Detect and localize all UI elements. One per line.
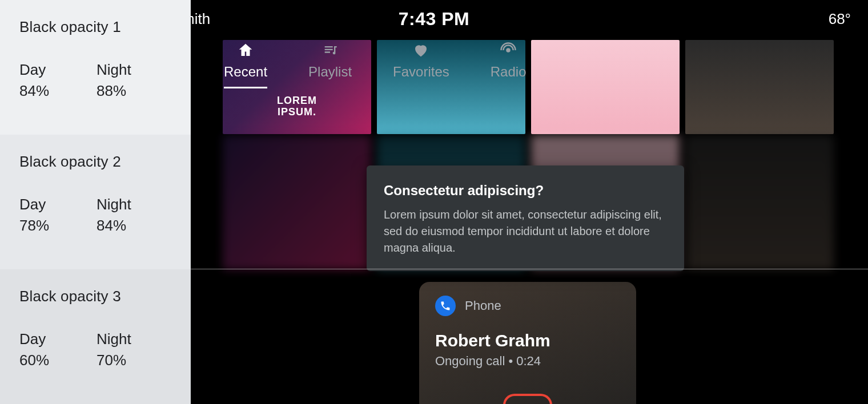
spec-block-3: Black opacity 3 Day 60% Night 70% bbox=[0, 269, 191, 404]
call-status-prefix: Ongoing call bbox=[435, 354, 505, 368]
band-divider bbox=[191, 269, 868, 269]
tab-playlist[interactable]: Playlist bbox=[308, 41, 352, 80]
spec-2-day-label: Day bbox=[19, 196, 97, 213]
dialog-title: Consectetur adipiscing? bbox=[384, 183, 667, 199]
tab-favorites[interactable]: Favorites bbox=[393, 41, 449, 80]
spec-panel: Black opacity 1 Day 84% Night 88% Black … bbox=[0, 0, 191, 404]
spec-block-2: Black opacity 2 Day 78% Night 84% bbox=[0, 135, 191, 269]
tab-playlist-label: Playlist bbox=[308, 64, 352, 80]
tab-favorites-label: Favorites bbox=[393, 64, 449, 80]
spec-1-title: Black opacity 1 bbox=[19, 18, 174, 36]
svg-point-0 bbox=[506, 48, 511, 52]
media-tabs: Recent Playlist Favorites Radio bbox=[224, 41, 527, 88]
spec-2-day-value: 78% bbox=[19, 217, 97, 235]
album-tile-4[interactable] bbox=[685, 40, 834, 134]
playlist-icon bbox=[321, 41, 339, 59]
tab-radio[interactable]: Radio bbox=[491, 41, 527, 80]
phone-app-label: Phone bbox=[465, 298, 501, 313]
spec-2-night-value: 84% bbox=[97, 217, 174, 235]
spec-3-night-label: Night bbox=[97, 330, 174, 348]
spec-3-day-value: 60% bbox=[19, 352, 97, 369]
radio-icon bbox=[499, 41, 517, 59]
album-tile-1-label: LOREM IPSUM. bbox=[277, 95, 317, 118]
spec-3-night-value: 70% bbox=[97, 352, 174, 369]
caller-name: Robert Grahm bbox=[435, 331, 620, 350]
album-tile-3[interactable] bbox=[531, 40, 680, 134]
spec-3-day-label: Day bbox=[19, 330, 97, 348]
heart-icon bbox=[412, 41, 430, 59]
tab-radio-label: Radio bbox=[491, 64, 527, 80]
spec-1-day-label: Day bbox=[19, 61, 97, 79]
spec-2-night-label: Night bbox=[97, 196, 174, 213]
status-right: 68° bbox=[829, 10, 851, 28]
phone-card-header: Phone bbox=[435, 296, 620, 316]
spec-1-night-value: 88% bbox=[97, 82, 174, 100]
call-status: Ongoing call • 0:24 bbox=[435, 354, 620, 369]
call-status-sep: • bbox=[505, 354, 516, 368]
tab-recent[interactable]: Recent bbox=[224, 41, 267, 88]
spec-1-night-label: Night bbox=[97, 61, 174, 79]
home-icon bbox=[236, 41, 255, 59]
call-duration: 0:24 bbox=[516, 354, 541, 368]
status-temperature: 68° bbox=[829, 10, 851, 28]
status-time: 7:43 PM bbox=[399, 9, 469, 30]
spec-1-day-value: 84% bbox=[19, 82, 97, 100]
phone-call-card[interactable]: Phone Robert Grahm Ongoing call • 0:24 bbox=[419, 282, 636, 404]
tab-recent-label: Recent bbox=[224, 64, 267, 80]
spec-2-title: Black opacity 2 bbox=[19, 153, 174, 171]
spec-3-title: Black opacity 3 bbox=[19, 288, 174, 305]
phone-icon bbox=[435, 296, 456, 316]
dialog-card[interactable]: Consectetur adipiscing? Lorem ipsum dolo… bbox=[367, 165, 684, 271]
hang-up-button[interactable] bbox=[503, 394, 552, 404]
dialog-body: Lorem ipsum dolor sit amet, consectetur … bbox=[384, 207, 667, 256]
spec-block-1: Black opacity 1 Day 84% Night 88% bbox=[0, 0, 191, 135]
